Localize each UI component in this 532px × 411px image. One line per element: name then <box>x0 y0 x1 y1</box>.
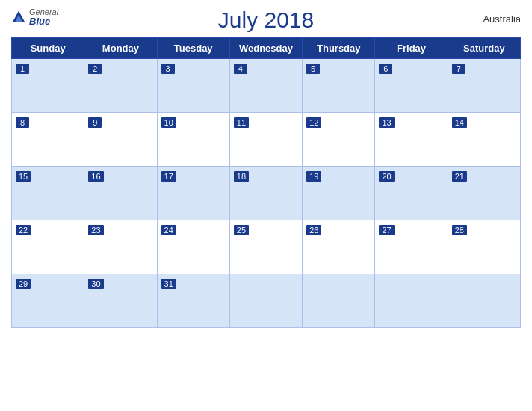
day-number: 16 <box>88 171 103 182</box>
calendar-cell: 19 <box>303 167 375 220</box>
calendar-cell: 26 <box>303 220 375 274</box>
country-label: Australia <box>483 13 521 25</box>
calendar-cell <box>229 274 302 328</box>
calendar-cell: 29 <box>12 274 84 328</box>
day-number: 25 <box>234 225 249 235</box>
day-number: 11 <box>234 117 249 128</box>
calendar-cell: 3 <box>157 59 229 113</box>
day-number: 6 <box>379 64 392 74</box>
day-number: 4 <box>234 64 247 74</box>
logo-area: General Blue <box>11 7 58 27</box>
day-number: 20 <box>379 171 394 182</box>
calendar-cell: 11 <box>229 113 302 167</box>
day-number: 19 <box>306 171 321 182</box>
calendar-cell: 2 <box>84 59 157 113</box>
calendar-cell: 7 <box>448 59 520 113</box>
calendar-cell: 14 <box>448 113 520 167</box>
day-number: 3 <box>161 64 175 74</box>
calendar-cell: 5 <box>303 59 375 113</box>
calendar-cell: 27 <box>375 220 448 274</box>
calendar-cell: 17 <box>157 167 229 220</box>
weekday-header-thursday: Thursday <box>303 38 375 59</box>
calendar-cell: 9 <box>84 113 157 167</box>
day-number: 29 <box>16 279 31 289</box>
day-number: 8 <box>16 117 29 128</box>
day-number: 5 <box>306 64 320 74</box>
day-number: 13 <box>379 117 394 128</box>
day-number: 14 <box>452 117 467 128</box>
calendar-title: July 2018 <box>218 7 314 33</box>
day-number: 12 <box>306 117 321 128</box>
calendar-cell: 22 <box>12 220 84 274</box>
day-number: 30 <box>88 279 103 289</box>
day-number: 18 <box>234 171 249 182</box>
calendar-container: General Blue July 2018 Australia SundayM… <box>0 0 532 411</box>
logo-blue-text: Blue <box>29 16 58 27</box>
calendar-cell <box>375 274 448 328</box>
calendar-cell: 30 <box>84 274 157 328</box>
calendar-week-row: 891011121314 <box>12 113 521 167</box>
calendar-thead: SundayMondayTuesdayWednesdayThursdayFrid… <box>12 38 521 59</box>
calendar-week-row: 22232425262728 <box>12 220 521 274</box>
calendar-cell: 21 <box>448 167 520 220</box>
calendar-cell <box>303 274 375 328</box>
calendar-cell: 12 <box>303 113 375 167</box>
day-number: 21 <box>452 171 467 182</box>
logo-icon <box>11 10 26 25</box>
day-number: 26 <box>306 225 321 235</box>
calendar-cell: 24 <box>157 220 229 274</box>
calendar-week-row: 1234567 <box>12 59 521 113</box>
day-number: 27 <box>379 225 394 235</box>
day-number: 15 <box>16 171 31 182</box>
weekday-header-tuesday: Tuesday <box>157 38 229 59</box>
calendar-cell: 6 <box>375 59 448 113</box>
calendar-header: General Blue July 2018 Australia <box>11 7 521 33</box>
day-number: 24 <box>161 225 176 235</box>
calendar-cell: 10 <box>157 113 229 167</box>
calendar-cell: 8 <box>12 113 84 167</box>
calendar-cell: 25 <box>229 220 302 274</box>
weekday-header-friday: Friday <box>375 38 448 59</box>
calendar-cell: 1 <box>12 59 84 113</box>
day-number: 2 <box>88 64 102 74</box>
calendar-cell: 31 <box>157 274 229 328</box>
weekday-header-sunday: Sunday <box>12 38 84 59</box>
calendar-body: 1234567891011121314151617181920212223242… <box>12 59 521 328</box>
weekday-header-monday: Monday <box>84 38 157 59</box>
day-number: 22 <box>16 225 31 235</box>
weekday-header-wednesday: Wednesday <box>229 38 302 59</box>
calendar-table: SundayMondayTuesdayWednesdayThursdayFrid… <box>11 37 521 328</box>
weekday-header-row: SundayMondayTuesdayWednesdayThursdayFrid… <box>12 38 521 59</box>
day-number: 1 <box>16 64 29 74</box>
day-number: 28 <box>452 225 467 235</box>
calendar-cell: 16 <box>84 167 157 220</box>
day-number: 9 <box>88 117 102 128</box>
calendar-cell: 18 <box>229 167 302 220</box>
calendar-cell: 4 <box>229 59 302 113</box>
calendar-cell: 15 <box>12 167 84 220</box>
calendar-week-row: 15161718192021 <box>12 167 521 220</box>
weekday-header-saturday: Saturday <box>448 38 520 59</box>
calendar-cell: 23 <box>84 220 157 274</box>
calendar-cell: 20 <box>375 167 448 220</box>
day-number: 10 <box>161 117 176 128</box>
calendar-cell: 28 <box>448 220 520 274</box>
day-number: 7 <box>452 64 466 74</box>
day-number: 23 <box>88 225 103 235</box>
day-number: 17 <box>161 171 176 182</box>
calendar-cell: 13 <box>375 113 448 167</box>
calendar-cell <box>448 274 520 328</box>
day-number: 31 <box>161 279 176 289</box>
calendar-week-row: 293031 <box>12 274 521 328</box>
